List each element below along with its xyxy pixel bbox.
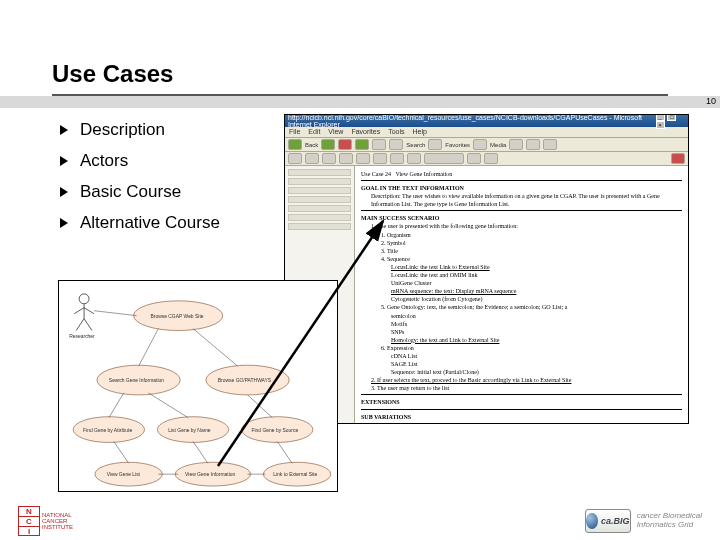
slide-number-bar: 10	[0, 96, 720, 108]
cabig-mark-text: ca.BIG	[601, 516, 630, 526]
svg-line-18	[109, 393, 124, 418]
doc-line: mRNA sequence: the text: Display mRNA se…	[391, 287, 682, 295]
bullet-item: Alternative Course	[60, 213, 220, 233]
uml-diagram: Researcher Browse CGAP Web Site Search G…	[58, 280, 338, 492]
uc-label: Browse GO/PATHWAYS	[218, 378, 272, 383]
thumbnail[interactable]	[288, 187, 351, 194]
thumbnail[interactable]	[288, 223, 351, 230]
bullet-text: Description	[80, 120, 165, 140]
doc-line: 4. Sequence	[381, 255, 682, 263]
forward-button[interactable]	[321, 139, 335, 150]
pdf-zoomout-icon[interactable]	[467, 153, 481, 164]
doc-line: 2. If user selects the text, proceed to …	[371, 376, 682, 384]
media-label: Media	[490, 142, 506, 148]
step-intro: 1. The user is presented with the follow…	[371, 222, 682, 230]
svg-line-15	[94, 311, 137, 316]
doc-line: LocusLink: the text and OMIM link	[391, 271, 682, 279]
pdf-print-icon[interactable]	[305, 153, 319, 164]
svg-line-5	[84, 319, 92, 331]
uc-label: View Gene List	[107, 472, 141, 477]
close-icon[interactable]: ×	[656, 121, 665, 129]
back-label: Back	[305, 142, 318, 148]
bullet-icon	[60, 156, 70, 166]
doc-line: SAGE List	[391, 360, 682, 368]
ie-menubar: File Edit View Favorites Tools Help	[285, 127, 688, 138]
ie-titlebar: http://ncicb.nci.nih.gov/core/caBIO/tech…	[285, 115, 688, 127]
pdf-save-icon[interactable]	[288, 153, 302, 164]
uc-name: View Gene Information	[395, 171, 452, 177]
bullet-item: Actors	[60, 151, 220, 171]
bullet-text: Alternative Course	[80, 213, 220, 233]
thumbnail[interactable]	[288, 196, 351, 203]
menu-tools[interactable]: Tools	[388, 128, 404, 136]
pdf-hand-icon[interactable]	[356, 153, 370, 164]
pdf-select-icon[interactable]	[373, 153, 387, 164]
uc-label: Browse CGAP Web Site	[150, 314, 203, 319]
uc-label: View Gene Information	[185, 472, 235, 477]
menu-edit[interactable]: Edit	[308, 128, 320, 136]
adobe-icon[interactable]	[671, 153, 685, 164]
minimize-icon[interactable]: _	[656, 114, 665, 121]
ie-toolbar: Back Search Favorites Media	[285, 138, 688, 152]
svg-line-16	[139, 329, 159, 367]
thumbnail[interactable]	[288, 205, 351, 212]
doc-line: 2. Symbol	[381, 239, 682, 247]
pdf-toolbar	[285, 152, 688, 166]
nci-text: NATIONAL CANCER INSTITUTE	[42, 512, 73, 530]
uc-label: List Gene by Name	[168, 428, 211, 433]
mail-button[interactable]	[526, 139, 540, 150]
doc-line: 3. Title	[381, 247, 682, 255]
favorites-button[interactable]	[428, 139, 442, 150]
bullet-text: Actors	[80, 151, 128, 171]
pdf-zoom-field[interactable]	[424, 153, 464, 164]
bullet-item: Description	[60, 120, 220, 140]
doc-line: Sequence: initial text (Partial/Clone)	[391, 368, 682, 376]
doc-line: 6. Expression	[381, 344, 682, 352]
main-header: MAIN SUCCESS SCENARIO	[361, 214, 682, 222]
back-button[interactable]	[288, 139, 302, 150]
bullet-text: Basic Course	[80, 182, 181, 202]
globe-icon	[586, 513, 598, 529]
pdf-next-icon[interactable]	[407, 153, 421, 164]
thumbnail[interactable]	[288, 178, 351, 185]
doc-line: LocusLink: the text Link to External Sit…	[391, 263, 682, 271]
thumbnail[interactable]	[288, 214, 351, 221]
doc-line: cDNA List	[391, 352, 682, 360]
pdf-document: Use Case 24 View Gene Information GOAL I…	[355, 166, 688, 423]
uc-label: Search Gene Information	[109, 378, 164, 383]
pdf-find-icon[interactable]	[339, 153, 353, 164]
print-button[interactable]	[543, 139, 557, 150]
svg-line-3	[84, 308, 94, 314]
svg-line-20	[248, 395, 273, 418]
maximize-icon[interactable]: □	[667, 114, 676, 121]
ie-title-text: http://ncicb.nci.nih.gov/core/caBIO/tech…	[288, 114, 655, 128]
menu-help[interactable]: Help	[413, 128, 427, 136]
bullet-list: Description Actors Basic Course Alternat…	[60, 120, 220, 244]
home-button[interactable]	[372, 139, 386, 150]
media-button[interactable]	[473, 139, 487, 150]
svg-point-0	[79, 294, 89, 304]
nci-logo: N C I NATIONAL CANCER INSTITUTE	[18, 506, 73, 536]
stop-button[interactable]	[338, 139, 352, 150]
menu-file[interactable]: File	[289, 128, 300, 136]
refresh-button[interactable]	[355, 139, 369, 150]
actor-icon	[74, 294, 94, 331]
pdf-prev-icon[interactable]	[390, 153, 404, 164]
ie-window-buttons: _ □ ×	[655, 114, 685, 129]
menu-favorites[interactable]: Favorites	[351, 128, 380, 136]
svg-line-2	[74, 308, 84, 314]
pdf-zoomin-icon[interactable]	[484, 153, 498, 164]
cabig-logo: ca.BIG cancer Biomedical Informatics Gri…	[585, 509, 702, 533]
cabig-mark: ca.BIG	[585, 509, 631, 533]
bullet-icon	[60, 218, 70, 228]
search-button[interactable]	[389, 139, 403, 150]
sub-header: SUB VARIATIONS	[361, 413, 682, 421]
pdf-mail-icon[interactable]	[322, 153, 336, 164]
svg-line-23	[277, 441, 292, 463]
menu-view[interactable]: View	[328, 128, 343, 136]
svg-line-22	[193, 441, 208, 463]
history-button[interactable]	[509, 139, 523, 150]
thumbnail[interactable]	[288, 169, 351, 176]
nci-letter: C	[19, 517, 39, 527]
goal-header: GOAL IN THE TEXT INFORMATION	[361, 184, 682, 192]
